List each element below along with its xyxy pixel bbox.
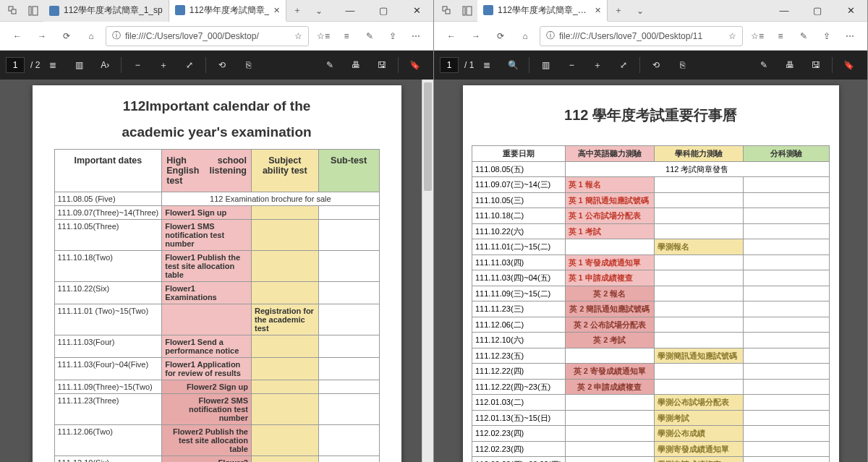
doc-title: 112Important calendar of the academic ye… — [33, 85, 401, 140]
refresh-button[interactable]: ⟳ — [56, 26, 77, 46]
rotate-icon[interactable]: ⟲ — [643, 52, 669, 78]
tab-inactive[interactable]: 112學年度考試簡章_1_sp — [43, 0, 169, 22]
th-date: Important dates — [54, 150, 162, 192]
scrollbar[interactable] — [422, 80, 433, 462]
pdf-viewer[interactable]: 112Important calendar of the academic ye… — [0, 80, 433, 462]
forward-button[interactable]: → — [32, 26, 52, 46]
favicon-icon — [483, 5, 493, 15]
more-icon[interactable]: ⋯ — [840, 26, 860, 46]
bookmark-icon[interactable]: 🔖 — [835, 52, 861, 78]
bookmark-icon[interactable]: 🔖 — [401, 52, 427, 78]
back-button[interactable]: ← — [7, 26, 27, 46]
favorites-icon[interactable]: ☆≡ — [747, 26, 767, 46]
save-icon[interactable]: 🖫 — [369, 52, 395, 78]
tabs-chevron-icon[interactable]: ⌄ — [308, 0, 330, 22]
more-icon[interactable]: ⋯ — [406, 26, 426, 46]
table-row: 112.02.23(四)~03.02(四)學測申請成績複查 — [472, 457, 830, 463]
zoom-out-icon[interactable]: − — [558, 52, 584, 78]
zoom-in-icon[interactable]: ＋ — [584, 52, 610, 78]
doc-title: 112 學年度考試重要行事曆 — [463, 85, 839, 137]
address-bar: ← → ⟳ ⌂ ⓘ file:///C:/Users/love7_000/Des… — [434, 22, 867, 51]
th-listening: High school English listening test — [162, 150, 252, 192]
save-icon[interactable]: 🖫 — [803, 52, 829, 78]
layout-icon[interactable]: ▥ — [66, 52, 92, 78]
close-window-button[interactable]: ✕ — [400, 0, 433, 22]
minimize-button[interactable]: — — [767, 0, 801, 22]
set-aside-icon[interactable] — [23, 1, 43, 21]
refresh-button[interactable]: ⟳ — [490, 26, 511, 46]
calendar-table: 重要日期 高中英語聽力測驗 學科能力測驗 分科測驗 111.08.05(五)11… — [472, 145, 830, 462]
new-tab-button[interactable]: ＋ — [608, 0, 629, 22]
pdf-viewer[interactable]: 112 學年度考試重要行事曆 重要日期 高中英語聽力測驗 學科能力測驗 分科測驗… — [434, 80, 867, 462]
fit-page-icon[interactable]: ⤢ — [610, 52, 637, 78]
layout-icon[interactable]: ▥ — [532, 52, 558, 78]
home-button[interactable]: ⌂ — [81, 26, 101, 46]
share-icon[interactable]: ⇪ — [383, 26, 403, 46]
favorite-icon[interactable]: ☆ — [728, 31, 736, 41]
set-aside-icon[interactable] — [457, 1, 477, 21]
fit-page-icon[interactable]: ⤢ — [176, 52, 203, 78]
address-field[interactable]: ⓘ file:///C:/Users/love7_000/Desktop/11 … — [540, 26, 743, 46]
read-aloud-icon[interactable]: A› — [92, 52, 118, 78]
page-number-input[interactable]: 1 — [6, 57, 25, 73]
reading-list-icon[interactable]: ≡ — [336, 26, 357, 46]
table-row: 111.12.10(Six)Flower2 Examinations — [54, 456, 379, 463]
tabs-overview-icon[interactable] — [3, 1, 23, 21]
favorites-icon[interactable]: ☆≡ — [313, 26, 333, 46]
table-row: 111.11.03(Four)Flower1 Send a performanc… — [54, 335, 379, 358]
rotate-icon[interactable]: ⟲ — [209, 52, 235, 78]
maximize-button[interactable]: ▢ — [801, 0, 834, 22]
reading-list-icon[interactable]: ≡ — [770, 26, 791, 46]
info-icon: ⓘ — [112, 30, 121, 42]
page-total: / 1 — [464, 60, 474, 70]
table-row: 112.02.23(四)學測寄發成績通知單 — [472, 441, 830, 457]
home-button[interactable]: ⌂ — [515, 26, 535, 46]
zoom-in-icon[interactable]: ＋ — [150, 52, 176, 78]
table-row: 111.12.23(五)學測簡訊通知應試號碼 — [472, 348, 830, 364]
notes-tool-icon[interactable]: ✎ — [317, 52, 343, 78]
search-icon[interactable]: 🔍 — [500, 52, 526, 78]
tabs-overview-icon[interactable] — [437, 1, 457, 21]
scrollbar-thumb[interactable] — [424, 82, 432, 191]
tabs-chevron-icon[interactable]: ⌄ — [629, 0, 651, 22]
svg-rect-2 — [29, 7, 31, 15]
close-tab-icon[interactable]: ✕ — [273, 6, 280, 15]
notes-tool-icon[interactable]: ✎ — [751, 52, 777, 78]
table-row: 111.12.22(四)英 2 寄發成績通知單 — [472, 364, 830, 380]
page-view-icon[interactable]: ⎘ — [669, 52, 695, 78]
tab-active[interactable]: 112學年度考試簡章_2_s ✕ — [477, 0, 608, 22]
minimize-button[interactable]: — — [333, 0, 367, 22]
window-right: 112學年度考試簡章_2_s ✕ ＋ ⌄ — ▢ ✕ ← → ⟳ ⌂ ⓘ fil… — [434, 0, 868, 462]
calendar-table: Important dates High school English list… — [54, 149, 380, 462]
page-view-icon[interactable]: ⎘ — [235, 52, 261, 78]
page-number-input[interactable]: 1 — [440, 57, 459, 73]
close-window-button[interactable]: ✕ — [834, 0, 867, 22]
th-subtest: Sub-test — [318, 150, 379, 192]
th-subject: 學科能力測驗 — [654, 146, 743, 162]
th-subject: Subject ability test — [251, 150, 318, 192]
address-field[interactable]: ⓘ file:///C:/Users/love7_000/Desktop/ ☆ — [106, 26, 309, 46]
toc-icon[interactable]: ≣ — [40, 52, 66, 78]
zoom-out-icon[interactable]: − — [124, 52, 150, 78]
pdf-toolbar: 1 / 2 ≣ ▥ A› − ＋ ⤢ ⟲ ⎘ ✎ 🖶 🖫 🔖 — [0, 51, 433, 80]
svg-rect-6 — [463, 7, 465, 15]
close-tab-icon[interactable]: ✕ — [595, 6, 601, 15]
table-row: 112.02.23(四)學測公布成績 — [472, 426, 830, 442]
table-row: 111.09.07(三)~14(三)英 1 報名 — [472, 177, 830, 193]
print-icon[interactable]: 🖶 — [777, 52, 803, 78]
tab-active[interactable]: 112學年度考試簡章_ ✕ — [169, 0, 287, 22]
share-icon[interactable]: ⇪ — [817, 26, 837, 46]
table-row: 111.11.09(Three)~15(Two)Flower2 Sign up — [54, 380, 379, 394]
notes-icon[interactable]: ✎ — [359, 26, 380, 46]
maximize-button[interactable]: ▢ — [367, 0, 400, 22]
toc-icon[interactable]: ≣ — [474, 52, 500, 78]
forward-button[interactable]: → — [466, 26, 486, 46]
back-button[interactable]: ← — [441, 26, 461, 46]
new-tab-button[interactable]: ＋ — [286, 0, 308, 22]
print-icon[interactable]: 🖶 — [343, 52, 369, 78]
table-row: 111.12.22(四)~23(五)英 2 申請成績複查 — [472, 379, 830, 395]
tab-label: 112學年度考試簡章_ — [190, 4, 270, 17]
favorite-icon[interactable]: ☆ — [294, 31, 302, 41]
table-row: 111.10.22(六)英 1 考試 — [472, 223, 830, 239]
notes-icon[interactable]: ✎ — [793, 26, 814, 46]
